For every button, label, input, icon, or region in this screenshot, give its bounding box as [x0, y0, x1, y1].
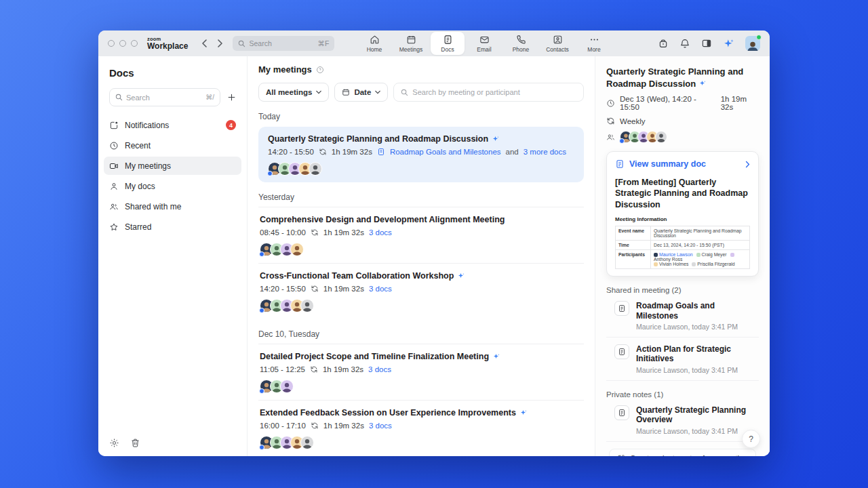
meeting-time: 16:00 - 17:10	[260, 422, 306, 430]
brand-zoom: zoom	[147, 37, 188, 42]
global-search-placeholder: Search	[249, 39, 271, 47]
docs-link[interactable]: 3 docs	[369, 228, 392, 237]
docs-link[interactable]: 3 docs	[369, 285, 392, 293]
new-doc-button[interactable]	[227, 93, 236, 102]
sidebar-item-starred[interactable]: Starred	[104, 218, 241, 236]
info-icon[interactable]	[316, 66, 324, 74]
doc-icon	[618, 348, 626, 356]
sidebar-search-input[interactable]	[126, 94, 202, 102]
private-doc-row[interactable]: Quarterly Strategic Planning Overview Ma…	[606, 399, 759, 442]
settings-button[interactable]	[109, 438, 119, 448]
user-avatar[interactable]	[745, 36, 760, 51]
doc-icon	[615, 159, 625, 169]
tab-meetings[interactable]: Meetings	[394, 32, 428, 55]
workspace-icon[interactable]	[658, 38, 669, 49]
maximize-button[interactable]	[131, 40, 138, 47]
participant-avatar	[280, 380, 294, 393]
sidebar-item-my-docs[interactable]: My docs	[104, 177, 241, 195]
meeting-duration: 1h 19m 32s	[323, 365, 363, 373]
meeting-search[interactable]	[393, 83, 584, 102]
participant-avatars	[260, 380, 583, 393]
create-private-notes-button[interactable]: Create private notes from meeting	[609, 449, 756, 456]
shared-doc-row[interactable]: Roadmap Goals and Milestones Maurice Law…	[606, 294, 759, 338]
gear-icon	[109, 438, 119, 448]
meeting-time: 08:45 - 10:00	[260, 228, 306, 237]
ai-companion-icon[interactable]	[723, 38, 734, 49]
close-button[interactable]	[108, 40, 115, 47]
table-label: Participants	[616, 249, 651, 268]
sidebar-search[interactable]: ⌘/	[109, 88, 220, 106]
participant-avatars	[620, 131, 667, 143]
create-private-notes-label: Create private notes from meeting	[630, 454, 748, 456]
sidebar-search-shortcut: ⌘/	[205, 94, 214, 101]
title-bar: zoom Workplace Search ⌘F Home Meetings	[98, 30, 770, 56]
tab-phone[interactable]: Phone	[504, 32, 538, 55]
ai-sparkle-icon	[698, 79, 707, 87]
doc-title: Action Plan for Strategic Initiatives	[636, 344, 759, 364]
filter-all-meetings[interactable]: All meetings	[258, 83, 329, 102]
tab-contacts[interactable]: Contacts	[540, 32, 574, 55]
meeting-row[interactable]: Extended Feedback Session on User Experi…	[258, 400, 584, 456]
brand-workplace: Workplace	[147, 42, 188, 50]
group-label-yesterday: Yesterday	[258, 192, 584, 202]
participant-name: Anthony Ross	[654, 257, 682, 262]
participant-chip	[654, 262, 658, 266]
forward-button[interactable]	[217, 39, 223, 47]
search-shortcut: ⌘F	[318, 39, 330, 47]
filter-date[interactable]: Date	[334, 83, 388, 102]
recurring-icon	[311, 228, 319, 237]
zoom-workplace-logo: zoom Workplace	[147, 37, 188, 51]
panel-toggle-icon[interactable]	[701, 38, 712, 49]
tab-docs[interactable]: Docs	[431, 32, 465, 55]
tab-phone-label: Phone	[513, 46, 530, 53]
help-label: ?	[749, 434, 753, 444]
meeting-row[interactable]: Comprehensive Design and Development Ali…	[258, 207, 584, 263]
trash-button[interactable]	[130, 438, 140, 448]
more-docs-link[interactable]: 3 more docs	[524, 148, 566, 156]
docs-link[interactable]: 3 docs	[369, 422, 392, 430]
zoom-workplace-window: zoom Workplace Search ⌘F Home Meetings	[98, 30, 770, 456]
participant-name: Vivian Holmes	[659, 262, 688, 266]
view-summary-doc-link[interactable]: View summary doc	[615, 159, 750, 169]
doc-icon	[618, 409, 626, 417]
meeting-search-input[interactable]	[412, 88, 576, 96]
meeting-duration: 1h 19m 32s	[323, 285, 364, 293]
sidebar-item-shared-with-me[interactable]: Shared with me	[104, 197, 241, 216]
summary-doc-card[interactable]: View summary doc [From Meeting] Quarterl…	[606, 151, 759, 277]
meeting-duration: 1h 19m 32s	[323, 228, 364, 237]
recurring-icon	[311, 285, 319, 293]
clock-icon	[606, 99, 615, 108]
group-label-today: Today	[258, 112, 584, 121]
participant-avatars	[260, 243, 583, 256]
meeting-row-selected[interactable]: Quarterly Strategic Planning and Roadmap…	[258, 127, 584, 182]
minimize-button[interactable]	[119, 40, 126, 47]
sidebar-item-notifications[interactable]: Notifications 4	[104, 116, 241, 134]
doc-link[interactable]: Roadmap Goals and Milestones	[390, 148, 501, 156]
help-button[interactable]: ?	[742, 430, 760, 448]
global-search-input[interactable]: Search ⌘F	[233, 36, 334, 51]
participant-name[interactable]: Maurice Lawson	[659, 252, 693, 257]
meeting-row[interactable]: Detailed Project Scope and Timeline Fina…	[258, 344, 584, 400]
sidebar-item-my-meetings[interactable]: My meetings	[104, 157, 241, 175]
view-summary-doc-label: View summary doc	[629, 159, 706, 169]
participant-avatar	[290, 243, 304, 256]
tab-home[interactable]: Home	[357, 32, 391, 55]
shared-doc-row[interactable]: Action Plan for Strategic Initiatives Ma…	[606, 338, 759, 381]
participant-avatar	[309, 162, 322, 176]
doc-title: Roadmap Goals and Milestones	[636, 301, 759, 321]
tab-more[interactable]: More	[577, 32, 611, 55]
tab-email[interactable]: Email	[467, 32, 501, 55]
notifications-bell-icon[interactable]	[679, 38, 690, 49]
meeting-title: Cross-Functional Team Collaboration Work…	[260, 271, 454, 281]
docs-link[interactable]: 3 docs	[368, 365, 391, 373]
desktop-background: { "colors": { "accent_blue": "#2e6bf0", …	[0, 0, 868, 488]
back-button[interactable]	[201, 39, 208, 47]
sidebar-title: Docs	[109, 67, 236, 79]
meeting-row[interactable]: Cross-Functional Team Collaboration Work…	[258, 263, 584, 319]
star-icon	[109, 222, 119, 232]
participant-chip	[692, 262, 696, 266]
sidebar-item-recent[interactable]: Recent	[104, 136, 241, 155]
participant-name: Craig Meyer	[702, 252, 727, 257]
people-icon	[606, 133, 615, 142]
meeting-time: 11:05 - 12:25	[260, 365, 305, 373]
